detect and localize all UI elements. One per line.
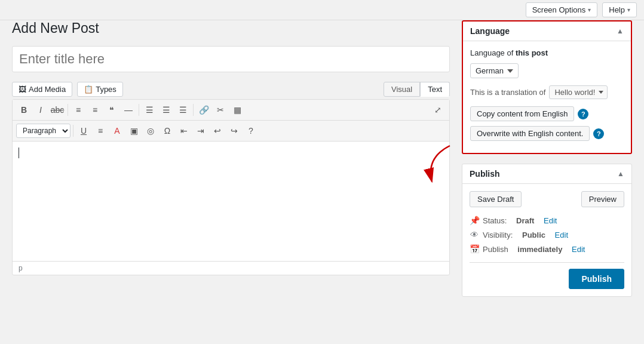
text-tab[interactable]: Text	[420, 82, 450, 97]
arrow-svg	[414, 146, 468, 188]
toolbar-divider-2	[139, 104, 139, 116]
ordered-list-icon[interactable]: ≡	[87, 102, 103, 118]
bold-icon[interactable]: B	[16, 102, 32, 118]
overwrite-content-button[interactable]: Overwrite with English content.	[470, 126, 590, 141]
editor-toolbar-1: B I abc ≡ ≡ ❝ — ☰ ☰ ☰ 🔗 ✂ ▦ ⤢	[13, 100, 449, 121]
publish-panel-header[interactable]: Publish ▲	[462, 164, 631, 184]
text-color-icon[interactable]: A	[109, 123, 125, 139]
editor-content[interactable]	[13, 142, 449, 261]
clear-formatting-icon[interactable]: ◎	[143, 123, 158, 139]
strikethrough-icon[interactable]: abc	[50, 102, 65, 118]
blockquote-icon[interactable]: ❝	[104, 102, 119, 118]
visual-tab-label: Visual	[391, 85, 412, 94]
add-media-label: Add Media	[29, 85, 66, 94]
publish-button[interactable]: Publish	[569, 269, 624, 289]
translation-source-select[interactable]: Hello world!	[549, 85, 608, 99]
sidebar: Language ▲ Language of this post German …	[462, 20, 632, 306]
publish-panel: Publish ▲ Save Draft Preview 📌	[462, 164, 632, 297]
publish-collapse-icon: ▲	[617, 170, 624, 178]
editor-top-row: 🖼 Add Media 📋 Types Visual Text	[12, 82, 450, 97]
toolbar-divider-1	[68, 104, 68, 116]
publish-buttons-row: Save Draft Preview	[470, 191, 624, 207]
visibility-value: Public	[522, 231, 545, 239]
paragraph-format-select[interactable]: Paragraph	[16, 124, 70, 138]
undo-icon[interactable]: ↩	[210, 123, 225, 139]
types-label: Types	[96, 85, 116, 94]
editor-footer: p	[13, 261, 449, 275]
align-center-icon[interactable]: ☰	[158, 102, 174, 118]
status-label: Status:	[483, 216, 507, 225]
unordered-list-icon[interactable]: ≡	[70, 102, 86, 118]
overwrite-content-row: Overwrite with English content. ?	[470, 126, 624, 141]
redo-icon[interactable]: ↪	[226, 123, 242, 139]
language-of-label: Language of this post	[470, 48, 624, 57]
status-meta-item: 📌 Status: Draft Edit	[470, 216, 624, 225]
copy-content-button[interactable]: Copy content from English	[470, 106, 574, 121]
types-icon: 📋	[84, 85, 93, 94]
left-column: Add New Post 🖼 Add Media 📋 Types	[12, 20, 450, 306]
save-draft-label: Save Draft	[477, 195, 514, 204]
editor-footer-tag: p	[19, 264, 23, 272]
text-tab-label: Text	[428, 85, 442, 94]
screen-options-chevron-icon: ▾	[588, 7, 591, 13]
preview-label: Preview	[589, 195, 617, 204]
copy-content-row: Copy content from English ?	[470, 106, 624, 121]
help-button[interactable]: Help ▾	[602, 2, 637, 17]
top-bar: Screen Options ▾ Help ▾	[0, 0, 644, 20]
calendar-icon: 📅	[470, 244, 479, 254]
help-label: Help	[609, 5, 625, 14]
preview-button[interactable]: Preview	[581, 191, 624, 207]
screen-options-label: Screen Options	[532, 5, 586, 14]
unlink-icon[interactable]: ✂	[213, 102, 228, 118]
underline-icon[interactable]: U	[76, 123, 91, 139]
publish-when-value: immediately	[517, 245, 562, 254]
indent-icon[interactable]: ⇥	[193, 123, 208, 139]
visibility-label: Visibility:	[483, 231, 513, 239]
align-left-icon[interactable]: ☰	[142, 102, 157, 118]
visual-tab[interactable]: Visual	[384, 82, 420, 97]
translation-of-row: This is a translation of Hello world!	[470, 85, 624, 99]
language-panel-body: Language of this post German This is a t…	[463, 41, 631, 153]
fullscreen-icon[interactable]: ⤢	[430, 102, 446, 118]
add-media-button[interactable]: 🖼 Add Media	[12, 82, 72, 97]
page-title: Add New Post	[12, 20, 450, 36]
horizontal-rule-icon[interactable]: —	[121, 102, 136, 118]
visibility-meta-item: 👁 Visibility: Public Edit	[470, 230, 624, 239]
editor-box: B I abc ≡ ≡ ❝ — ☰ ☰ ☰ 🔗 ✂ ▦ ⤢	[12, 99, 450, 275]
help-chevron-icon: ▾	[627, 7, 630, 13]
post-title-input[interactable]	[12, 46, 450, 72]
italic-icon[interactable]: I	[33, 102, 48, 118]
insert-table-icon[interactable]: ▦	[229, 102, 245, 118]
status-edit-link[interactable]: Edit	[544, 216, 557, 225]
publish-time-label: Publish	[483, 245, 508, 254]
language-select[interactable]: German	[470, 63, 519, 78]
overwrite-content-label: Overwrite with English content.	[477, 129, 583, 138]
outdent-icon[interactable]: ⇤	[176, 123, 192, 139]
publish-when-edit-link[interactable]: Edit	[572, 245, 585, 254]
copy-content-help-icon[interactable]: ?	[578, 109, 588, 119]
add-media-icon: 🖼	[19, 85, 26, 94]
align-right-icon[interactable]: ☰	[175, 102, 191, 118]
types-button[interactable]: 📋 Types	[77, 82, 123, 97]
paste-text-icon[interactable]: ▣	[126, 123, 142, 139]
publish-btn-label: Publish	[581, 274, 612, 284]
overwrite-help-icon[interactable]: ?	[593, 128, 604, 139]
status-icon: 📌	[470, 216, 479, 225]
language-panel-header[interactable]: Language ▲	[463, 22, 631, 41]
editor-mode-tabs: Visual Text	[384, 82, 450, 97]
publish-meta-list: 📌 Status: Draft Edit 👁 Visibility: Publi…	[470, 216, 624, 254]
status-value: Draft	[516, 216, 534, 225]
editor-toolbar-2: Paragraph U ≡ A ▣ ◎ Ω ⇤ ⇥ ↩ ↪ ?	[13, 121, 449, 142]
screen-options-button[interactable]: Screen Options ▾	[526, 2, 598, 17]
save-draft-button[interactable]: Save Draft	[470, 191, 522, 207]
help-keyboard-icon[interactable]: ?	[243, 123, 259, 139]
language-select-wrapper: German	[470, 63, 624, 78]
language-collapse-icon: ▲	[617, 27, 624, 35]
translation-of-label: This is a translation of	[470, 88, 545, 97]
visibility-edit-link[interactable]: Edit	[555, 231, 568, 239]
justify-icon[interactable]: ≡	[93, 123, 108, 139]
special-chars-icon[interactable]: Ω	[160, 123, 175, 139]
insert-link-icon[interactable]: 🔗	[196, 102, 211, 118]
publish-panel-body: Save Draft Preview 📌 Status: Draft Edit	[462, 184, 631, 296]
publish-panel-title: Publish	[470, 169, 500, 179]
